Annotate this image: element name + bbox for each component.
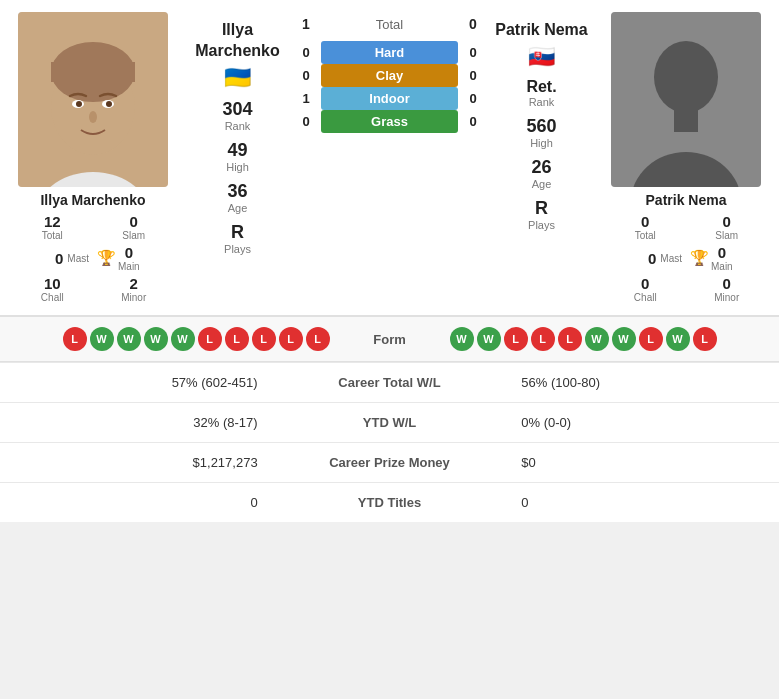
trophy-icon-left: 🏆 — [97, 249, 116, 267]
right-name-block: Patrik Nema 🇸🇰 Ret. Rank 560 High 26 Age… — [484, 12, 599, 303]
left-flag: 🇺🇦 — [224, 65, 251, 91]
form-pill: L — [198, 327, 222, 351]
form-pill: W — [90, 327, 114, 351]
svg-point-10 — [89, 111, 97, 123]
surface-rows-container: 0 Hard 0 0 Clay 0 1 Indoor 0 0 Grass 0 — [297, 41, 482, 133]
left-high-block: 49 High — [226, 140, 249, 173]
left-player-name-main: Illya Marchenko — [180, 20, 295, 62]
surface-btn-hard[interactable]: Hard — [321, 41, 458, 64]
left-plays-block: R Plays — [224, 222, 251, 255]
right-high-block: 560 High — [526, 116, 556, 149]
surface-btn-indoor[interactable]: Indoor — [321, 87, 458, 110]
right-plays-block: R Plays — [528, 198, 555, 231]
surfaces-column: 1 Total 0 0 Hard 0 0 Clay 0 1 Indoor 0 0… — [297, 12, 482, 303]
form-pill: L — [63, 327, 87, 351]
form-pill: W — [117, 327, 141, 351]
right-player-name: Patrik Nema — [646, 192, 727, 208]
form-section: LWWWWLLLLL Form WWLLLWWLWL — [0, 316, 779, 361]
left-age-block: 36 Age — [227, 181, 247, 214]
form-pill: W — [477, 327, 501, 351]
right-age-block: 26 Age — [531, 157, 551, 190]
right-minor-stat: 0 Minor — [690, 275, 764, 303]
stat-left-value: $1,217,273 — [0, 443, 273, 483]
form-pill: L — [225, 327, 249, 351]
surface-row-clay: 0 Clay 0 — [297, 64, 482, 87]
form-pill: L — [693, 327, 717, 351]
left-mast-stat: 0 Mast — [16, 244, 90, 272]
left-chall-stat: 10 Chall — [16, 275, 90, 303]
svg-point-9 — [106, 101, 112, 107]
stat-center-label: Career Prize Money — [273, 443, 507, 483]
trophy-icon-right: 🏆 — [690, 249, 709, 267]
surface-row-indoor: 1 Indoor 0 — [297, 87, 482, 110]
form-pill: L — [531, 327, 555, 351]
stat-right-value: 56% (100-80) — [506, 363, 779, 403]
right-player-name-main: Patrik Nema — [495, 20, 588, 41]
form-pill: W — [144, 327, 168, 351]
form-pill: L — [639, 327, 663, 351]
svg-rect-5 — [51, 62, 135, 82]
right-total-stat: 0 Total — [609, 213, 683, 241]
right-rank-block: Ret. Rank — [526, 78, 556, 108]
right-mast-stat: 0 Mast — [609, 244, 683, 272]
form-label: Form — [340, 332, 440, 347]
stats-row: 57% (602-451) Career Total W/L 56% (100-… — [0, 363, 779, 403]
left-trophy-main: 🏆 0 Main — [97, 244, 171, 272]
surface-row-grass: 0 Grass 0 — [297, 110, 482, 133]
left-player-stats-grid: 12 Total 0 Slam 0 Mast 🏆 0 Main — [16, 213, 171, 303]
main-container: Illya Marchenko 12 Total 0 Slam 0 Mast 🏆 — [0, 0, 779, 522]
left-total-stat: 12 Total — [16, 213, 90, 241]
left-form-pills: LWWWWLLLLL — [15, 327, 330, 351]
form-pill: W — [666, 327, 690, 351]
stat-right-value: 0% (0-0) — [506, 403, 779, 443]
left-player-photo — [18, 12, 168, 187]
stat-left-value: 0 — [0, 483, 273, 523]
right-player-card: Patrik Nema 0 Total 0 Slam 0 Mast 🏆 — [601, 12, 771, 303]
left-name-block: Illya Marchenko 🇺🇦 304 Rank 49 High 36 A… — [180, 12, 295, 303]
left-rank-block: 304 Rank — [222, 99, 252, 132]
surface-btn-clay[interactable]: Clay — [321, 64, 458, 87]
svg-point-8 — [76, 101, 82, 107]
total-row: 1 Total 0 — [297, 16, 482, 32]
right-form-pills: WWLLLWWLWL — [450, 327, 765, 351]
stats-row: 0 YTD Titles 0 — [0, 483, 779, 523]
stat-center-label: Career Total W/L — [273, 363, 507, 403]
stats-table: 57% (602-451) Career Total W/L 56% (100-… — [0, 362, 779, 522]
stat-center-label: YTD W/L — [273, 403, 507, 443]
left-player-name: Illya Marchenko — [40, 192, 145, 208]
surface-btn-grass[interactable]: Grass — [321, 110, 458, 133]
form-pill: L — [558, 327, 582, 351]
stat-left-value: 32% (8-17) — [0, 403, 273, 443]
left-player-card: Illya Marchenko 12 Total 0 Slam 0 Mast 🏆 — [8, 12, 178, 303]
form-pill: W — [585, 327, 609, 351]
form-pill: L — [279, 327, 303, 351]
form-pill: L — [504, 327, 528, 351]
right-flag: 🇸🇰 — [528, 44, 555, 70]
form-pill: L — [306, 327, 330, 351]
stat-right-value: $0 — [506, 443, 779, 483]
form-pill: L — [252, 327, 276, 351]
right-player-stats-grid: 0 Total 0 Slam 0 Mast 🏆 0 Main — [609, 213, 764, 303]
stat-right-value: 0 — [506, 483, 779, 523]
surface-row-hard: 0 Hard 0 — [297, 41, 482, 64]
form-pill: W — [171, 327, 195, 351]
right-chall-stat: 0 Chall — [609, 275, 683, 303]
svg-rect-14 — [674, 107, 698, 132]
form-pill: W — [612, 327, 636, 351]
form-pill: W — [450, 327, 474, 351]
left-slam-stat: 0 Slam — [97, 213, 171, 241]
top-section: Illya Marchenko 12 Total 0 Slam 0 Mast 🏆 — [0, 0, 779, 315]
right-slam-stat: 0 Slam — [690, 213, 764, 241]
right-trophy-main: 🏆 0 Main — [690, 244, 764, 272]
right-player-photo — [611, 12, 761, 187]
stats-row: 32% (8-17) YTD W/L 0% (0-0) — [0, 403, 779, 443]
left-minor-stat: 2 Minor — [97, 275, 171, 303]
stat-left-value: 57% (602-451) — [0, 363, 273, 403]
stat-center-label: YTD Titles — [273, 483, 507, 523]
stats-row: $1,217,273 Career Prize Money $0 — [0, 443, 779, 483]
svg-point-12 — [654, 41, 718, 113]
